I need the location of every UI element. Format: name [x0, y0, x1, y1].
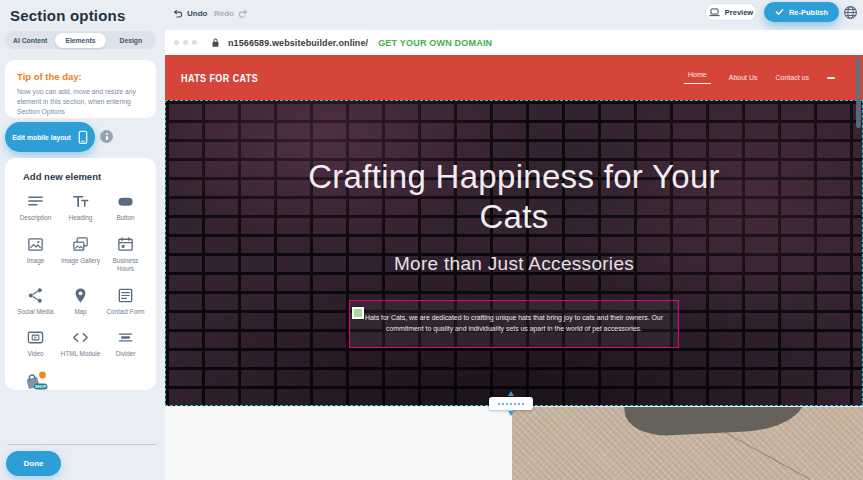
next-section[interactable] — [165, 407, 863, 480]
element-product-gallery[interactable]: SHOP Product Gallery — [13, 371, 58, 391]
tab-ai-content[interactable]: AI Content — [5, 33, 55, 48]
product-gallery-icon: SHOP — [23, 371, 49, 391]
grip-dots-icon — [498, 403, 524, 405]
hero-body-text: Hats for Cats, we are dedicated to craft… — [356, 313, 672, 334]
app-window: Section options Undo Redo Preview Re-Pub… — [0, 0, 863, 480]
nav-about-us[interactable]: About Us — [729, 74, 758, 81]
preview-label: Preview — [725, 8, 753, 17]
video-icon — [26, 328, 45, 347]
element-grid: Description Heading Button Image Image G… — [13, 192, 148, 390]
hero-subheading[interactable]: More than Just Accessories — [166, 253, 862, 275]
floor-seam-line — [709, 423, 810, 480]
textbox-drag-handle[interactable] — [352, 307, 364, 319]
preview-scrollbar[interactable] — [856, 58, 861, 128]
site-header: HATS FOR CATS Home About Us Contact us — [165, 55, 863, 100]
edit-mobile-layout-button[interactable]: Edit mobile layout — [5, 122, 95, 152]
edit-mobile-label: Edit mobile layout — [12, 134, 71, 141]
get-own-domain-link[interactable]: GET YOUR OWN DOMAIN — [378, 38, 492, 48]
lock-icon — [211, 37, 220, 48]
tab-design[interactable]: Design — [106, 33, 156, 48]
arrow-down-icon — [508, 411, 514, 416]
undo-label: Undo — [187, 9, 207, 18]
cat-shadow-shape — [624, 407, 805, 438]
tip-title: Tip of the day: — [17, 71, 144, 82]
more-menu-icon[interactable] — [827, 77, 835, 79]
description-icon — [26, 192, 45, 211]
element-heading[interactable]: Heading — [58, 192, 103, 223]
element-map[interactable]: Map — [58, 286, 103, 317]
element-image[interactable]: Image — [13, 235, 58, 274]
site-nav: Home About Us Contact us — [684, 55, 835, 100]
image-gallery-icon — [71, 235, 90, 254]
arrow-up-icon — [508, 391, 514, 396]
business-hours-icon — [116, 235, 135, 254]
add-element-title: Add new element — [13, 171, 148, 182]
nav-home[interactable]: Home — [684, 71, 711, 84]
element-image-gallery[interactable]: Image Gallery — [58, 235, 103, 274]
redo-button[interactable]: Redo — [214, 8, 249, 19]
heading-icon — [71, 192, 90, 211]
redo-label: Redo — [214, 9, 234, 18]
undo-icon — [172, 8, 183, 19]
divider-icon — [116, 328, 135, 347]
element-divider[interactable]: Divider — [103, 328, 148, 359]
sidebar-divider — [8, 444, 156, 445]
page-title: Section options — [10, 7, 126, 24]
button-icon — [116, 192, 135, 211]
sidebar-tabs: AI Content Elements Design — [5, 31, 156, 49]
shop-badge: SHOP — [35, 384, 47, 389]
element-business-hours[interactable]: Business Hours — [103, 235, 148, 274]
element-button[interactable]: Button — [103, 192, 148, 223]
image-icon — [26, 235, 45, 254]
contact-form-icon — [116, 286, 135, 305]
hero-heading[interactable]: Crafting Happiness for Your Cats — [274, 157, 754, 236]
check-icon — [775, 8, 784, 16]
add-new-element-panel: Add new element Description Heading Butt… — [5, 158, 156, 390]
window-dots-icon — [174, 40, 197, 45]
hero-section[interactable]: Crafting Happiness for Your Cats More th… — [165, 100, 863, 406]
social-media-icon — [26, 286, 45, 305]
map-pin-icon — [71, 286, 90, 305]
premium-badge — [39, 371, 46, 378]
language-globe-button[interactable] — [841, 3, 859, 21]
hero-textbox-selected[interactable]: Hats for Cats, we are dedicated to craft… — [349, 300, 679, 348]
next-section-image — [512, 407, 863, 480]
tab-elements[interactable]: Elements — [55, 33, 105, 48]
undo-button[interactable]: Undo — [172, 8, 207, 19]
nav-contact-us[interactable]: Contact us — [776, 74, 809, 81]
republish-label: Re-Publish — [789, 8, 828, 17]
site-url[interactable]: n1566589.websitebuilder.online/ — [228, 38, 368, 48]
redo-icon — [238, 8, 249, 19]
preview-icon — [709, 8, 720, 17]
browser-bar: n1566589.websitebuilder.online/ GET YOUR… — [165, 30, 863, 55]
info-icon[interactable] — [100, 130, 113, 143]
html-module-icon — [71, 328, 90, 347]
element-contact-form[interactable]: Contact Form — [103, 286, 148, 317]
element-html-module[interactable]: HTML Module — [58, 328, 103, 359]
site-logo[interactable]: HATS FOR CATS — [181, 72, 258, 84]
section-resize-handle[interactable] — [489, 391, 533, 416]
done-button[interactable]: Done — [6, 451, 61, 476]
done-label: Done — [24, 459, 44, 468]
globe-icon — [843, 5, 858, 20]
element-video[interactable]: Video — [13, 328, 58, 359]
element-social-media[interactable]: Social Media — [13, 286, 58, 317]
republish-button[interactable]: Re-Publish — [764, 2, 839, 22]
resize-grip[interactable] — [489, 397, 533, 410]
tip-of-the-day-card: Tip of the day: Now you can add, move an… — [5, 60, 156, 118]
mobile-phone-icon — [78, 130, 88, 145]
element-description[interactable]: Description — [13, 192, 58, 223]
preview-button[interactable]: Preview — [705, 3, 757, 21]
tip-body: Now you can add, move and resize any ele… — [17, 87, 144, 118]
